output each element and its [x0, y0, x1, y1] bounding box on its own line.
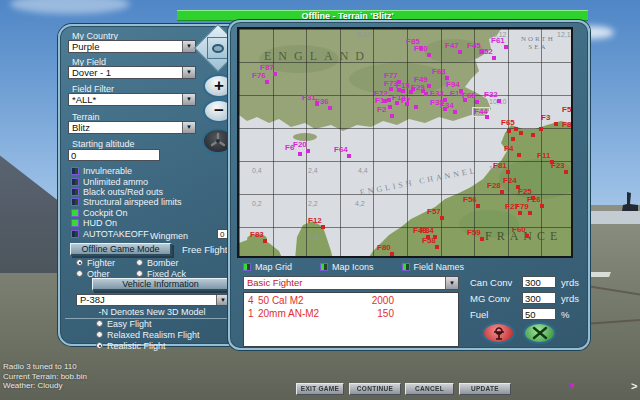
taskbar-button-continue[interactable]: CONTINUE — [349, 383, 401, 395]
field-marker-f60[interactable]: F60 — [512, 226, 526, 234]
field-marker-f24[interactable]: F24 — [503, 177, 517, 185]
checkbox-unlimited-ammo[interactable] — [71, 178, 79, 186]
taskbar-button-cancel[interactable]: CANCEL — [405, 383, 454, 395]
field-marker-f33[interactable]: F33 — [430, 90, 444, 98]
field-marker-dot[interactable] — [390, 114, 394, 118]
field-marker-f94[interactable]: F94 — [446, 81, 460, 89]
chevron-down-icon[interactable]: ▼ — [445, 277, 458, 289]
weapon-listbox[interactable]: 450 Cal M22000120mm AN-M2150 — [243, 292, 459, 347]
field-marker-f7[interactable]: F7 — [401, 97, 410, 105]
radio-fighter[interactable] — [76, 259, 83, 266]
field-marker-f63[interactable]: F63 — [432, 68, 446, 76]
radio-bomber[interactable] — [136, 259, 143, 266]
field-marker-f83[interactable]: F83 — [250, 231, 264, 239]
field-filter-select[interactable]: *ALL* ▼ — [68, 93, 196, 106]
field-marker-dot[interactable] — [485, 115, 489, 119]
field-marker-f56[interactable]: F56 — [463, 196, 477, 204]
field-marker-f76[interactable]: F76 — [252, 72, 266, 80]
field-marker-dot[interactable] — [298, 152, 302, 156]
field-marker-f31[interactable]: F31 — [302, 94, 316, 102]
field-marker-f79[interactable]: F79 — [515, 203, 529, 211]
map-pan-button[interactable] — [207, 37, 229, 59]
chevron-down-icon[interactable]: ▼ — [182, 122, 195, 133]
field-marker-dot[interactable] — [306, 149, 310, 153]
field-marker-dot[interactable] — [321, 225, 325, 229]
field-marker-f28[interactable]: F28 — [487, 182, 501, 190]
radio-relaxed-realism-flight[interactable] — [96, 331, 103, 338]
fly-now-button[interactable] — [523, 322, 556, 344]
field-marker-dot[interactable] — [531, 133, 535, 137]
starting-altitude-input[interactable] — [68, 149, 160, 161]
field-marker-f8[interactable]: F8 — [562, 121, 571, 129]
weapon-row[interactable]: 450 Cal M22000 — [244, 295, 458, 308]
field-marker-dot[interactable] — [411, 87, 415, 91]
field-marker-f5[interactable]: F5 — [562, 106, 571, 114]
terrain-select[interactable]: Blitz ▼ — [68, 121, 196, 134]
field-marker-dot[interactable] — [475, 100, 479, 104]
field-marker-dot[interactable] — [421, 89, 425, 93]
field-marker-dot[interactable] — [507, 129, 511, 133]
field-marker-dot[interactable] — [517, 153, 521, 157]
field-marker-dot[interactable] — [492, 56, 496, 60]
field-marker-f26[interactable]: F26 — [527, 196, 541, 204]
field-marker-dot[interactable] — [497, 99, 501, 103]
field-marker-f81[interactable]: F81 — [493, 162, 507, 170]
field-marker-f11[interactable]: F11 — [537, 152, 550, 160]
chevron-down-icon[interactable]: ▼ — [182, 67, 195, 78]
checkbox-structural-airspeed-limits[interactable] — [71, 198, 79, 206]
field-marker-dot[interactable] — [519, 131, 523, 135]
field-marker-f32[interactable]: F32 — [484, 91, 498, 99]
checkbox-field-names[interactable] — [402, 263, 410, 271]
field-marker-dot[interactable] — [554, 122, 558, 126]
field-marker-dot[interactable] — [518, 211, 522, 215]
field-marker-dot[interactable] — [564, 170, 568, 174]
field-marker-f48[interactable]: F48 — [413, 227, 427, 235]
field-marker-f36[interactable]: F36 — [315, 98, 329, 106]
field-marker-dot[interactable] — [401, 89, 405, 93]
field-marker-f2[interactable]: F2 — [377, 106, 386, 114]
field-marker-dot[interactable] — [435, 245, 439, 249]
chevron-down-icon[interactable]: ▼ — [182, 41, 195, 52]
field-marker-dot[interactable] — [388, 105, 392, 109]
radio-other[interactable] — [76, 270, 83, 277]
mg-conv-input[interactable] — [522, 292, 556, 304]
field-marker-dot[interactable] — [427, 84, 431, 88]
field-marker-dot[interactable] — [387, 98, 391, 102]
field-marker-dot[interactable] — [480, 237, 484, 241]
field-marker-f64[interactable]: F64 — [334, 146, 348, 154]
field-marker-dot[interactable] — [514, 127, 518, 131]
field-marker-f3[interactable]: F3 — [541, 114, 550, 122]
checkbox-map-grid[interactable] — [243, 263, 251, 271]
field-marker-f34[interactable]: F34 — [440, 102, 454, 110]
field-marker-dot[interactable] — [383, 99, 387, 103]
field-marker-dot[interactable] — [506, 170, 510, 174]
field-marker-dot[interactable] — [511, 137, 515, 141]
field-marker-f58[interactable]: F58 — [422, 237, 436, 245]
taskbar-button-update[interactable]: UPDATE — [459, 383, 511, 395]
field-marker-dot[interactable] — [504, 45, 508, 49]
vehicle-select[interactable]: P-38J ▼ — [76, 294, 230, 306]
my-field-select[interactable]: Dover - 1 ▼ — [68, 66, 196, 79]
field-marker-dot[interactable] — [528, 211, 532, 215]
field-marker-dot[interactable] — [458, 50, 462, 54]
field-marker-dot[interactable] — [539, 127, 543, 131]
field-marker-f12[interactable]: F12 — [308, 217, 322, 225]
field-marker-f59[interactable]: F59 — [467, 229, 481, 237]
checkbox-autotakeoff[interactable] — [71, 230, 79, 238]
field-marker-dot[interactable] — [347, 154, 351, 158]
terrain-map[interactable]: ENGLANDNORTH SEAENGLISH CHANNELFRANCE 8,… — [237, 27, 573, 258]
radio-fixed-ack[interactable] — [136, 270, 143, 277]
field-marker-dot[interactable] — [263, 239, 267, 243]
loadout-select[interactable]: Basic Fighter ▼ — [243, 276, 459, 290]
field-marker-f52[interactable]: F52 — [479, 48, 493, 56]
taskbar-button-exit-game[interactable]: EXIT GAME — [296, 383, 344, 395]
field-marker-dot[interactable] — [265, 80, 269, 84]
vehicle-information-button[interactable]: Vehicle Information — [92, 278, 230, 291]
checkbox-invulnerable[interactable] — [71, 167, 79, 175]
field-marker-dot[interactable] — [427, 53, 431, 57]
field-marker-dot[interactable] — [440, 216, 444, 220]
chevron-down-icon[interactable]: ▼ — [182, 94, 195, 105]
checkbox-map-icons[interactable] — [320, 263, 328, 271]
field-marker-f65[interactable]: F65 — [501, 119, 515, 127]
field-marker-f68[interactable]: F68 — [462, 92, 476, 100]
